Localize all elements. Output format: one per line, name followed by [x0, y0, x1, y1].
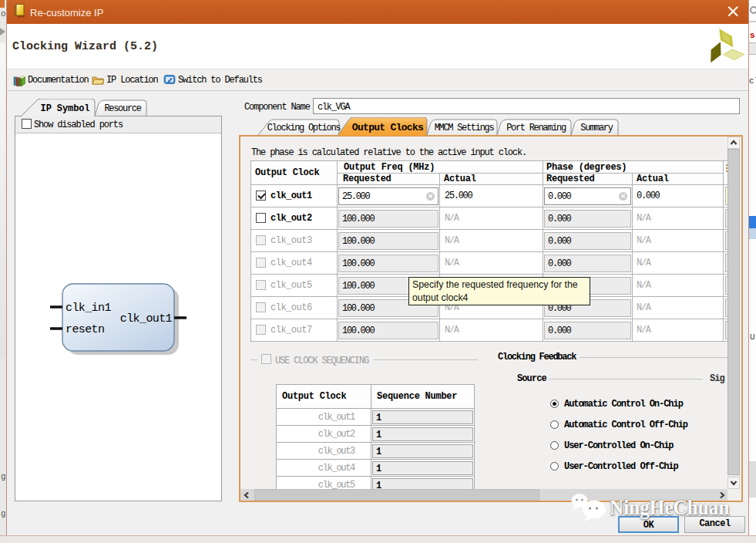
phase-requested-value: 0.000	[548, 325, 571, 336]
cell-clock-name: clk_out1	[251, 185, 338, 207]
seq-number-input-clk_out1[interactable]: 1	[372, 410, 473, 424]
horizontal-scrollbar[interactable]	[240, 489, 727, 501]
seq-number-input-clk_out3[interactable]: 1	[372, 444, 473, 458]
freq-requested-value: 100.000	[342, 258, 374, 269]
ok-button[interactable]: OK	[618, 516, 679, 533]
phase-requested-input-clk_out2[interactable]: 0.000	[544, 210, 631, 228]
toolbar-item-label: Documentation	[28, 75, 89, 86]
show-disabled-ports-row[interactable]: Show disabled ports	[15, 116, 221, 133]
radio-user-controlled-on-chip[interactable]	[550, 441, 559, 450]
radio-automatic-control-off-chip[interactable]	[550, 420, 559, 429]
use-clock-sequencing-checkbox[interactable]	[261, 354, 271, 364]
screen: ogggsg sclU Re-customize IP Clocking Wiz…	[0, 0, 756, 543]
horizontal-scroll-thumb[interactable]	[254, 489, 539, 501]
checkbox-clk_out7[interactable]	[256, 325, 266, 335]
phase-requested-input-clk_out3[interactable]: 0.000	[544, 232, 631, 250]
feedback-separator-line	[580, 357, 727, 358]
tab-label-ip-symbol[interactable]: IP Symbol	[41, 103, 90, 114]
cell-clock-name: clk_out6	[251, 297, 338, 319]
cell-phase-requested: 0.000	[543, 207, 633, 230]
seq-number-input-clk_out2[interactable]: 1	[372, 427, 473, 441]
toolbar-item-label: Switch to Defaults	[178, 75, 262, 86]
freq-requested-input-clk_out7[interactable]: 100.000	[338, 322, 438, 339]
col-header-output-freq[interactable]: Output Freq (MHz)	[338, 161, 543, 174]
vertical-scroll-thumb[interactable]	[727, 149, 740, 475]
seq-number-input-clk_out4[interactable]: 1	[372, 461, 473, 475]
scroll-down-button[interactable]	[727, 477, 740, 489]
radio-automatic-control-on-chip[interactable]	[550, 400, 559, 408]
seq-row-clk_out2: clk_out21	[277, 426, 475, 443]
component-name-input[interactable]	[313, 98, 740, 114]
background-fragment	[749, 21, 756, 22]
scroll-right-button[interactable]	[716, 489, 727, 501]
tooltip-line1: Specify the requested frequency for the	[412, 278, 586, 292]
seq-cell-number: 1	[371, 426, 475, 443]
checkbox-clk_out6[interactable]	[256, 302, 266, 312]
wizard-title: Clocking Wizard (5.2)	[12, 40, 158, 53]
sub-header-actual-freq[interactable]: Actual	[440, 174, 543, 185]
cell-phase-actual: 0.000	[633, 185, 724, 207]
switch-defaults-icon	[163, 74, 176, 86]
seq-cell-name: clk_out1	[277, 409, 371, 426]
tab-label-port-renaming[interactable]: Port Renaming	[506, 123, 566, 133]
show-disabled-ports-checkbox[interactable]	[22, 119, 32, 129]
scroll-up-button[interactable]	[727, 137, 740, 149]
tab-label-mmcm-settings[interactable]: MMCM Settings	[435, 123, 495, 133]
tab-label-summary[interactable]: Summary	[580, 123, 613, 133]
phase-requested-input-clk_out4[interactable]: 0.000	[544, 255, 631, 272]
vertical-scrollbar[interactable]	[727, 137, 740, 489]
clear-icon[interactable]: ✕	[426, 192, 435, 201]
toolbar-item-switch-to-defaults[interactable]: Switch to Defaults	[163, 73, 262, 88]
cancel-button[interactable]: Cancel	[684, 516, 745, 533]
freq-actual-value: N/A	[445, 258, 459, 268]
freq-requested-input-clk_out4[interactable]: 100.000	[338, 255, 438, 272]
phase-actual-value: 0.000	[637, 191, 660, 201]
cell-freq-actual: N/A	[440, 252, 543, 275]
seq-cell-name: clk_out3	[277, 443, 371, 460]
checkbox-clk_out4[interactable]	[256, 258, 266, 268]
phase-requested-input-clk_out1[interactable]: 0.000✕	[544, 187, 631, 205]
phase-requested-value: 0.000	[548, 191, 571, 202]
use-clock-sequencing-label: USE CLOCK SEQUENCING	[275, 356, 368, 366]
right-tab-bar: Clocking OptionsOutput ClocksMMCM Settin…	[234, 117, 742, 136]
seq-cell-number: 1	[371, 460, 475, 477]
wizard-header: Clocking Wizard (5.2)	[7, 24, 748, 69]
phase-requested-input-clk_out7[interactable]: 0.000	[544, 322, 631, 339]
cell-phase-requested: 0.000✕	[543, 185, 633, 207]
phase-requested-value: 0.000	[548, 258, 571, 269]
freq-requested-input-clk_out1[interactable]: 25.000✕	[338, 187, 438, 205]
freq-requested-value: 100.000	[342, 236, 374, 247]
component-name-value: clk_VGA	[318, 102, 349, 113]
freq-requested-value: 25.000	[342, 191, 369, 202]
col-header-output-clock[interactable]: Output Clock	[251, 161, 338, 185]
col-header-phase[interactable]: Phase (degrees)	[543, 161, 724, 174]
phase-actual-value: N/A	[637, 325, 650, 336]
freq-requested-input-clk_out2[interactable]: 100.000	[338, 210, 438, 228]
sub-header-requested-freq[interactable]: Requested	[338, 174, 440, 185]
clear-icon[interactable]: ✕	[619, 192, 627, 201]
checkbox-clk_out5[interactable]	[256, 280, 266, 290]
seq-clock-name: clk_out2	[318, 429, 354, 440]
cell-phase-actual: N/A	[633, 319, 724, 342]
checkbox-clk_out3[interactable]	[256, 235, 266, 245]
tab-label-output-clocks[interactable]: Output Clocks	[352, 122, 424, 133]
tab-label-clocking-options[interactable]: Clocking Options	[267, 123, 341, 133]
seq-clock-name: clk_out1	[318, 412, 354, 423]
sub-header-actual-phase[interactable]: Actual	[633, 174, 724, 185]
sub-header-requested-phase[interactable]: Requested	[543, 174, 633, 185]
tab-label-resource[interactable]: Resource	[104, 103, 141, 114]
cell-phase-actual: N/A	[633, 230, 724, 252]
checkbox-clk_out1[interactable]	[256, 191, 266, 201]
source-label: Source	[517, 373, 546, 384]
component-name-label: Component Name	[244, 102, 310, 113]
checkbox-clk_out2[interactable]	[256, 213, 266, 223]
radio-user-controlled-off-chip[interactable]	[550, 462, 559, 470]
close-button[interactable]	[721, 3, 744, 20]
toolbar-item-documentation[interactable]: Documentation	[13, 73, 89, 88]
scroll-left-button[interactable]	[240, 489, 252, 501]
dialog-titlebar[interactable]: Re-customize IP	[7, 0, 748, 24]
cell-phase-actual: N/A	[633, 252, 724, 275]
cell-freq-actual: N/A	[440, 319, 543, 342]
toolbar-item-ip-location[interactable]: IP Location	[92, 73, 158, 88]
freq-requested-input-clk_out3[interactable]: 100.000	[338, 232, 438, 250]
